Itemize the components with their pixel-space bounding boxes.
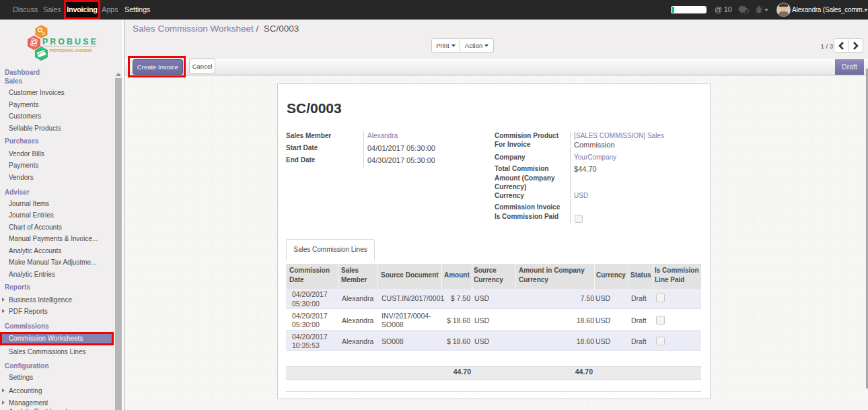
svg-text:PROFESSIONAL BUSINESS: PROFESSIONAL BUSINESS <box>50 49 92 53</box>
svg-text:PROBUSE: PROBUSE <box>42 37 98 46</box>
